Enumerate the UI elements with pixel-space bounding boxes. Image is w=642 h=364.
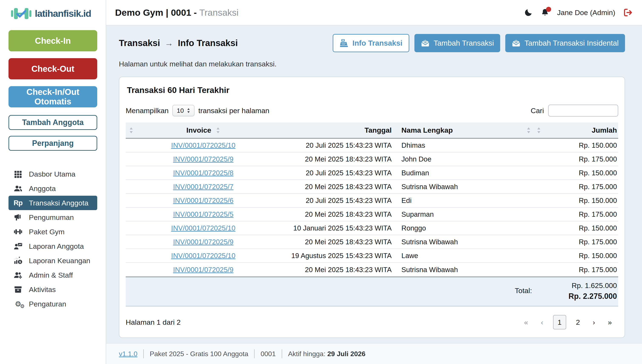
invoice-link[interactable]: INV/0001/072025/10 xyxy=(171,224,236,232)
version-link[interactable]: v1.1.0 xyxy=(119,350,137,358)
app-logo: latihanfisik.id xyxy=(11,7,97,20)
transactions-table: Invoice Tanggal Nama Lengkap Jumlah xyxy=(126,122,618,306)
cell-invoice: INV/0001/072025/6 xyxy=(126,196,281,204)
invoice-link[interactable]: INV/0001/072025/9 xyxy=(173,266,233,274)
cell-jumlah: Rp. 150.000 xyxy=(532,224,618,232)
gym-id-label: 0001 xyxy=(260,350,276,358)
pagination-page-1[interactable]: 1 xyxy=(553,315,566,330)
search-input[interactable] xyxy=(548,105,618,116)
cell-tanggal: 20 Mei 2025 18:43:23 WITA xyxy=(281,210,392,218)
pagination: « ‹ 1 2 › » xyxy=(518,315,618,330)
sidebar-item-label: Pengaturan xyxy=(29,300,66,308)
table-row: INV/0001/072025/920 Mei 2025 18:43:23 WI… xyxy=(126,235,618,249)
page-subtitle: Halaman untuk melihat dan melakukan tran… xyxy=(119,60,625,68)
sidebar-item-laporan-anggota[interactable]: Laporan Anggota xyxy=(8,239,97,254)
cell-nama: Sutrisna Wibawah xyxy=(392,266,532,274)
search-label: Cari xyxy=(531,106,544,115)
sidebar-item-transaksi-anggota[interactable]: RpTransaksi Anggota xyxy=(8,196,97,210)
svg-text:$: $ xyxy=(516,40,517,43)
invoice-link[interactable]: INV/0001/072025/9 xyxy=(173,155,233,163)
invoice-link[interactable]: INV/0001/072025/5 xyxy=(173,210,233,218)
column-header-invoice[interactable]: Invoice xyxy=(126,122,281,138)
cell-nama: Budiman xyxy=(392,169,532,177)
invoice-link[interactable]: INV/0001/072025/8 xyxy=(173,169,233,177)
column-header-jumlah[interactable]: Jumlah xyxy=(532,122,618,138)
cell-invoice: INV/0001/072025/10 xyxy=(126,224,281,232)
footer-separator xyxy=(143,349,144,358)
column-header-tanggal[interactable]: Tanggal xyxy=(281,122,392,138)
logout-button[interactable] xyxy=(623,8,633,18)
topbar-right: Jane Doe (Admin) xyxy=(524,8,633,18)
sidebar-item-laporan-keuangan[interactable]: $Laporan Keuangan xyxy=(8,254,97,268)
total-value-1: Rp. 1.625.000 xyxy=(532,282,617,290)
pagination-page-2[interactable]: 2 xyxy=(570,318,586,326)
pagination-next[interactable]: › xyxy=(586,318,602,326)
column-label-tanggal: Tanggal xyxy=(364,126,392,134)
active-until-date: 29 Juli 2026 xyxy=(327,350,366,358)
search-area: Cari xyxy=(531,105,618,116)
dark-mode-toggle[interactable] xyxy=(524,8,533,17)
pagination-last[interactable]: » xyxy=(602,318,618,326)
cell-tanggal: 20 Juli 2025 15:43:23 WITA xyxy=(281,196,392,204)
add-member-button[interactable]: Tambah Anggota xyxy=(8,115,97,130)
sidebar-item-admin-staff[interactable]: Admin & Staff xyxy=(8,268,97,282)
tambah-transaksi-button[interactable]: $ Tambah Transaksi xyxy=(414,34,500,52)
length-prefix: Menampilkan xyxy=(126,106,168,115)
page-actions: Info Transaksi $ Tambah Transaksi $ Tamb… xyxy=(333,34,625,52)
info-transaksi-button[interactable]: Info Transaksi xyxy=(333,34,409,52)
invoice-link[interactable]: INV/0001/072025/10 xyxy=(171,141,236,149)
column-header-nama[interactable]: Nama Lengkap xyxy=(392,122,532,138)
cell-tanggal: 10 Januari 2025 15:43:23 WITA xyxy=(281,224,392,232)
cell-jumlah: Rp. 150.000 xyxy=(532,252,618,260)
page-info: Halaman 1 dari 2 xyxy=(126,318,181,326)
cell-tanggal: 20 Mei 2025 18:43:23 WITA xyxy=(281,266,392,274)
invoice-link[interactable]: INV/0001/072025/9 xyxy=(173,238,233,246)
auto-check-in-out-button[interactable]: Check-In/Out Otomatis xyxy=(8,86,97,108)
card-title: Transaksi 60 Hari Terakhir xyxy=(127,86,618,95)
cell-invoice: INV/0001/072025/5 xyxy=(126,210,281,218)
table-row: INV/0001/072025/820 Juli 2025 15:43:23 W… xyxy=(126,166,618,180)
logout-icon xyxy=(623,8,633,18)
check-out-button[interactable]: Check-Out xyxy=(8,58,97,80)
pagination-prev[interactable]: ‹ xyxy=(534,318,550,326)
notifications-button[interactable] xyxy=(540,8,550,17)
sort-icon xyxy=(216,127,220,134)
pagination-first[interactable]: « xyxy=(518,318,534,326)
table-row: INV/0001/072025/620 Juli 2025 15:43:23 W… xyxy=(126,194,618,208)
cell-invoice: INV/0001/072025/9 xyxy=(126,266,281,274)
breadcrumb-parent: Transaksi xyxy=(119,38,160,48)
cell-invoice: INV/0001/072025/9 xyxy=(126,238,281,246)
gym-title: Demo Gym | 0001 - xyxy=(115,8,197,18)
total-value-2: Rp. 2.275.000 xyxy=(532,292,617,301)
length-suffix: transaksi per halaman xyxy=(198,106,270,115)
cell-tanggal: 20 Juli 2025 15:43:23 WITA xyxy=(281,169,392,177)
page-length-select[interactable]: 10 xyxy=(172,105,194,116)
breadcrumb: Transaksi → Info Transaksi xyxy=(119,38,238,48)
cell-nama: Edi xyxy=(392,196,532,204)
sidebar-item-anggota[interactable]: Anggota xyxy=(8,181,97,196)
cell-jumlah: Rp. 175.000 xyxy=(532,266,618,274)
check-in-button[interactable]: Check-In xyxy=(8,30,97,51)
sidebar-item-aktivitas[interactable]: Aktivitas xyxy=(8,282,97,297)
topbar: Demo Gym | 0001 -Transaksi Jane Doe (Adm… xyxy=(106,0,642,26)
content: Transaksi → Info Transaksi Info Transaks… xyxy=(106,26,642,343)
sidebar-item-paket-gym[interactable]: Paket Gym xyxy=(8,224,97,239)
sidebar: latihanfisik.id Check-In Check-Out Check… xyxy=(0,0,106,364)
sidebar-item-label: Dasbor Utama xyxy=(29,170,75,178)
breadcrumb-arrow-icon: → xyxy=(165,38,173,48)
table-row: INV/0001/072025/1019 Agustus 2025 15:43:… xyxy=(126,249,618,263)
sidebar-item-dasbor-utama[interactable]: Dasbor Utama xyxy=(8,167,97,181)
sidebar-item-pengumuman[interactable]: Pengumuman xyxy=(8,210,97,224)
extend-button[interactable]: Perpanjang xyxy=(8,136,97,151)
tambah-transaksi-insidental-button[interactable]: $ Tambah Transaksi Insidental xyxy=(505,34,625,52)
invoice-link[interactable]: INV/0001/072025/7 xyxy=(173,183,233,190)
archive-icon xyxy=(13,285,23,294)
app-footer: v1.1.0 Paket 2025 - Gratis 100 Anggota 0… xyxy=(106,343,642,364)
transactions-card: Transaksi 60 Hari Terakhir Menampilkan 1… xyxy=(119,76,625,338)
invoice-link[interactable]: INV/0001/072025/10 xyxy=(171,252,236,260)
sidebar-item-pengaturan[interactable]: ⚙⚙Pengaturan xyxy=(8,297,97,311)
active-until-label: Aktif hingga: xyxy=(288,350,326,358)
cell-jumlah: Rp. 150.000 xyxy=(532,196,618,204)
cell-nama: Dhimas xyxy=(392,141,532,150)
invoice-link[interactable]: INV/0001/072025/6 xyxy=(173,196,233,204)
